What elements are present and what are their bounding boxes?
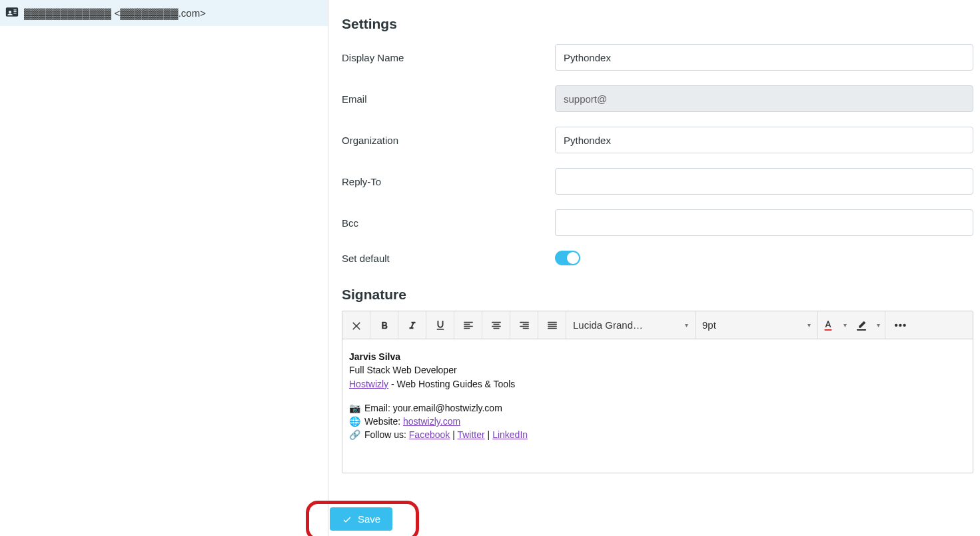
svg-rect-0 [825, 329, 832, 331]
signature-content[interactable]: Jarvis Silva Full Stack Web Developer Ho… [342, 339, 973, 473]
editor-close-button[interactable] [342, 311, 370, 339]
font-size-value: 9pt [702, 319, 802, 331]
sig-brand-suffix: - Web Hosting Guides & Tools [388, 379, 515, 389]
identity-list-item[interactable]: ▓▓▓▓▓▓▓▓▓▓▓▓ <▓▓▓▓▓▓▓▓.com> [0, 0, 328, 26]
check-icon [342, 514, 352, 525]
font-family-select[interactable]: Lucida Grand… ▾ [566, 311, 696, 339]
underline-button[interactable] [426, 311, 454, 339]
save-button[interactable]: Save [330, 507, 392, 531]
text-color-menu[interactable]: ▾ [838, 321, 851, 329]
sig-linkedin-link[interactable]: LinkedIn [492, 429, 528, 440]
sig-facebook-link[interactable]: Facebook [409, 429, 450, 440]
identities-sidebar: ▓▓▓▓▓▓▓▓▓▓▓▓ <▓▓▓▓▓▓▓▓.com> [0, 0, 328, 536]
sig-twitter-link[interactable]: Twitter [457, 429, 484, 440]
sig-name: Jarvis Silva [349, 350, 966, 363]
italic-button[interactable] [398, 311, 426, 339]
sig-email-prefix: Email: [364, 403, 393, 413]
bcc-input[interactable] [555, 209, 973, 236]
sig-website-prefix: Website: [364, 416, 403, 427]
align-center-button[interactable] [482, 311, 510, 339]
sig-follow-prefix: Follow us: [364, 429, 409, 440]
link-icon: 🔗 [349, 429, 360, 440]
align-justify-button[interactable] [538, 311, 566, 339]
bold-button[interactable] [370, 311, 398, 339]
set-default-label: Set default [342, 253, 555, 264]
chevron-down-icon: ▾ [807, 321, 811, 329]
contact-card-icon [5, 5, 19, 21]
email-label: Email [342, 93, 555, 105]
align-left-button[interactable] [454, 311, 482, 339]
set-default-toggle[interactable] [555, 251, 580, 265]
align-right-button[interactable] [510, 311, 538, 339]
globe-icon: 🌐 [349, 416, 360, 427]
settings-panel: Settings Display Name Email Organization… [328, 0, 980, 536]
editor-toolbar: Lucida Grand… ▾ 9pt ▾ ▾ ▾ ••• [342, 311, 973, 339]
font-family-value: Lucida Grand… [573, 319, 680, 331]
svg-rect-1 [857, 329, 866, 331]
display-name-input[interactable] [555, 44, 973, 71]
toggle-knob [567, 252, 579, 264]
more-tools-button[interactable]: ••• [885, 311, 916, 339]
text-color-button[interactable] [818, 311, 838, 339]
camera-icon: 📷 [349, 403, 360, 413]
highlight-color-menu[interactable]: ▾ [871, 321, 885, 329]
chevron-down-icon: ▾ [685, 321, 688, 329]
save-button-label: Save [358, 513, 380, 525]
settings-heading: Settings [342, 16, 973, 32]
font-size-select[interactable]: 9pt ▾ [696, 311, 818, 339]
signature-editor: Lucida Grand… ▾ 9pt ▾ ▾ ▾ ••• [342, 311, 973, 473]
bcc-label: Bcc [342, 217, 555, 229]
sig-website-link[interactable]: hostwizly.com [403, 416, 460, 427]
reply-to-label: Reply-To [342, 176, 555, 187]
display-name-label: Display Name [342, 52, 555, 63]
organization-label: Organization [342, 135, 555, 146]
signature-heading: Signature [342, 287, 973, 303]
sig-brand-link[interactable]: Hostwizly [349, 379, 388, 389]
email-input [555, 85, 973, 112]
highlight-color-button[interactable] [851, 311, 871, 339]
reply-to-input[interactable] [555, 168, 973, 195]
sig-email-value: your.email@hostwizly.com [393, 403, 502, 413]
sig-title: Full Stack Web Developer [349, 363, 966, 377]
identity-label: ▓▓▓▓▓▓▓▓▓▓▓▓ <▓▓▓▓▓▓▓▓.com> [24, 7, 206, 19]
organization-input[interactable] [555, 127, 973, 153]
